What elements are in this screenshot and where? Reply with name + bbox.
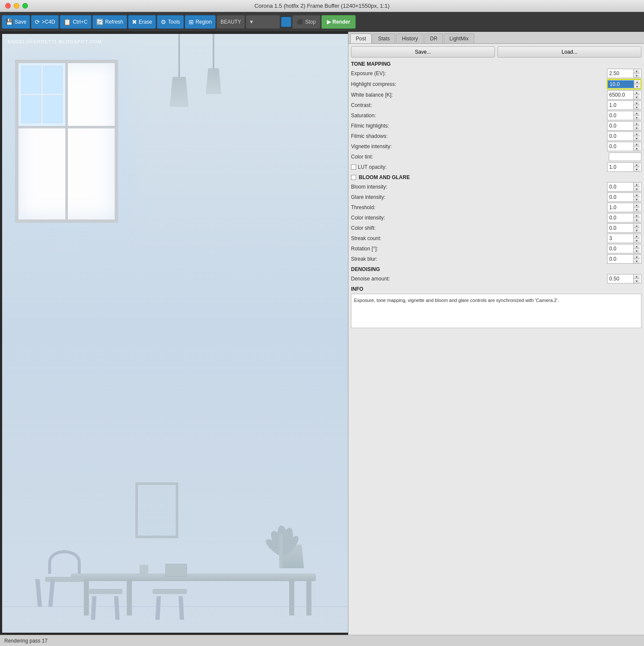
watermark: ANGELOFERRETTI.BLOGSPOT.COM (7, 39, 102, 44)
denoise-amount-down[interactable]: ▼ (634, 279, 640, 283)
tab-stats[interactable]: Stats (372, 34, 395, 43)
glare-intensity-down[interactable]: ▼ (634, 197, 640, 201)
glare-intensity-input-wrapper: ▲ ▼ (607, 192, 641, 202)
exposure-input[interactable] (607, 70, 633, 77)
lut-opacity-up[interactable]: ▲ (634, 163, 640, 167)
streak-count-down[interactable]: ▼ (634, 238, 640, 243)
ctrl-c-button[interactable]: 📋 Ctrl+C (60, 15, 91, 29)
plant-container (273, 545, 311, 581)
lut-opacity-down[interactable]: ▼ (634, 167, 640, 171)
highlight-input[interactable] (608, 80, 634, 88)
save-button[interactable]: 💾 Save (2, 15, 30, 29)
tab-dr[interactable]: DR (424, 34, 443, 43)
filmic-highlights-up[interactable]: ▲ (634, 122, 640, 126)
color-shift-input-wrapper: ▲ ▼ (607, 223, 641, 233)
table-leg-3 (289, 579, 294, 616)
streak-count-input[interactable] (607, 235, 633, 242)
color-shift-down[interactable]: ▼ (634, 228, 640, 232)
tools-button[interactable]: ⚙ Tools (157, 15, 184, 29)
color-shift-up[interactable]: ▲ (634, 224, 640, 228)
saturation-label: Saturation: (351, 113, 607, 119)
c4d-button[interactable]: ⟳ >C4D (31, 15, 59, 29)
filmic-highlights-down[interactable]: ▼ (634, 126, 640, 130)
exposure-spinner: ▲ ▼ (633, 69, 640, 78)
denoise-amount-input-wrapper: ▲ ▼ (607, 274, 641, 283)
lut-opacity-input-wrapper: ▲ ▼ (607, 162, 641, 172)
streak-blur-down[interactable]: ▼ (634, 259, 640, 263)
white-balance-up[interactable]: ▲ (634, 91, 640, 95)
contrast-input[interactable] (607, 101, 633, 109)
streak-count-up[interactable]: ▲ (634, 234, 640, 238)
channel-dropdown[interactable]: ▼ (246, 15, 280, 29)
rotation-input[interactable] (607, 245, 633, 253)
filmic-shadows-label: Filmic shadows: (351, 133, 607, 139)
exposure-up[interactable]: ▲ (634, 69, 640, 73)
render-button[interactable]: ▶ Render (321, 15, 356, 29)
filmic-shadows-down[interactable]: ▼ (634, 136, 640, 140)
highlight-up[interactable]: ▲ (634, 80, 640, 84)
bloom-intensity-up[interactable]: ▲ (634, 183, 640, 187)
load-panel-button[interactable]: Load... (497, 46, 641, 58)
threshold-input[interactable] (607, 204, 633, 211)
color-intensity-up[interactable]: ▲ (634, 213, 640, 218)
contrast-up[interactable]: ▲ (634, 101, 640, 105)
lut-checkbox[interactable] (351, 165, 356, 170)
window-pane-cell (21, 95, 41, 123)
denoise-amount-input[interactable] (607, 275, 633, 283)
bloom-intensity-down[interactable]: ▼ (634, 187, 640, 191)
tab-lightmix[interactable]: LightMix (444, 34, 474, 43)
glare-intensity-up[interactable]: ▲ (634, 193, 640, 197)
saturation-input[interactable] (607, 112, 633, 119)
vignette-up[interactable]: ▲ (634, 142, 640, 146)
vignette-down[interactable]: ▼ (634, 146, 640, 151)
threshold-down[interactable]: ▼ (634, 207, 640, 212)
threshold-up[interactable]: ▲ (634, 203, 640, 207)
color-intensity-down[interactable]: ▼ (634, 218, 640, 222)
tab-post[interactable]: Post (350, 34, 372, 43)
bloom-glare-checkbox[interactable] (351, 175, 356, 180)
plant-stem (279, 534, 283, 568)
color-intensity-input[interactable] (607, 214, 633, 222)
rotation-down[interactable]: ▼ (634, 249, 640, 253)
filmic-shadows-up[interactable]: ▲ (634, 132, 640, 136)
glare-intensity-input[interactable] (607, 193, 633, 201)
lut-opacity-row: LUT opacity: ▲ ▼ (351, 162, 641, 172)
rotation-up[interactable]: ▲ (634, 244, 640, 249)
window-title: Corona 1.5 (hotfix 2) Frame Buffer (1240… (254, 3, 389, 9)
contrast-label: Contrast: (351, 102, 607, 108)
save-panel-button[interactable]: Save... (351, 46, 495, 58)
white-balance-down[interactable]: ▼ (634, 95, 640, 99)
white-balance-input[interactable] (607, 91, 633, 99)
refresh-button[interactable]: 🔄 Refresh (92, 15, 127, 29)
rotation-spinner: ▲ ▼ (633, 244, 640, 253)
region-button[interactable]: ⊞ Region (185, 15, 216, 29)
denoise-amount-up[interactable]: ▲ (634, 274, 640, 279)
filmic-shadows-input[interactable] (607, 132, 633, 140)
stop-button[interactable]: ⬛ Stop (292, 15, 320, 29)
erase-button[interactable]: ✖ Erase (128, 15, 156, 29)
exposure-down[interactable]: ▼ (634, 73, 640, 78)
region-label: Region (195, 19, 212, 25)
color-swatch-toolbar[interactable] (281, 17, 291, 27)
streak-blur-input[interactable] (607, 255, 633, 263)
close-button[interactable] (5, 3, 11, 9)
filmic-highlights-spinner: ▲ ▼ (633, 122, 640, 130)
saturation-up[interactable]: ▲ (634, 111, 640, 116)
color-shift-input[interactable] (607, 224, 633, 232)
color-tint-swatch[interactable] (609, 152, 641, 161)
filmic-highlights-input[interactable] (607, 122, 633, 130)
tab-history[interactable]: History (396, 34, 423, 43)
streak-blur-label: Streak blur: (351, 256, 607, 262)
maximize-button[interactable] (22, 3, 28, 9)
minimize-button[interactable] (14, 3, 19, 9)
bloom-intensity-input[interactable] (607, 183, 633, 191)
right-panel: Post Stats History DR LightMix Save... L… (348, 32, 644, 635)
saturation-down[interactable]: ▼ (634, 116, 640, 120)
contrast-down[interactable]: ▼ (634, 105, 640, 110)
streak-blur-up[interactable]: ▲ (634, 255, 640, 259)
beauty-button[interactable]: BEAUTY (217, 15, 245, 29)
lut-opacity-input[interactable] (607, 163, 633, 171)
white-balance-row: White balance [K]: ▲ ▼ (351, 90, 641, 100)
highlight-down[interactable]: ▼ (634, 84, 640, 88)
vignette-input[interactable] (607, 143, 633, 150)
